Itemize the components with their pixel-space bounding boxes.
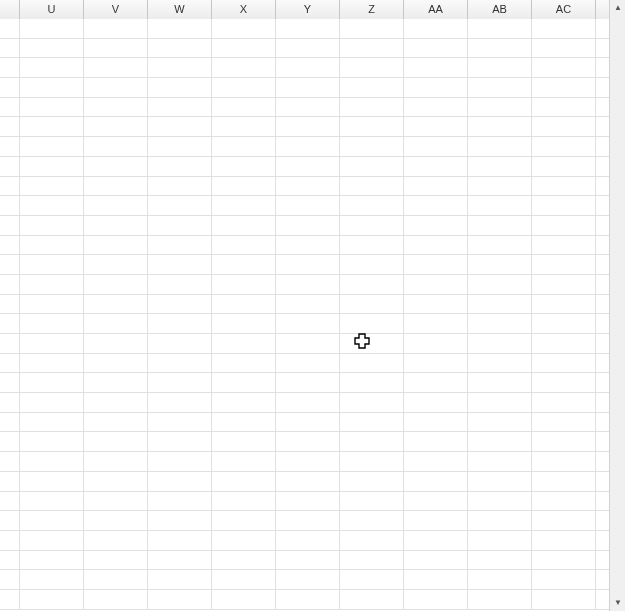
cell[interactable]: [0, 19, 20, 38]
cell[interactable]: [148, 472, 212, 491]
cell[interactable]: [468, 78, 532, 97]
cell[interactable]: [148, 19, 212, 38]
cell[interactable]: [0, 98, 20, 117]
cell[interactable]: [212, 137, 276, 156]
cell[interactable]: [468, 216, 532, 235]
cell[interactable]: [468, 275, 532, 294]
cell[interactable]: [468, 531, 532, 550]
cell[interactable]: [276, 157, 340, 176]
cell[interactable]: [340, 432, 404, 451]
cell[interactable]: [276, 531, 340, 550]
cell[interactable]: [84, 177, 148, 196]
column-header-partial-right[interactable]: [596, 0, 609, 19]
cell[interactable]: [20, 511, 84, 530]
cell[interactable]: [276, 590, 340, 609]
scroll-down-button[interactable]: ▼: [610, 595, 625, 611]
column-header-partial-left[interactable]: [0, 0, 20, 19]
cell[interactable]: [468, 334, 532, 353]
cell[interactable]: [596, 393, 609, 412]
cell[interactable]: [212, 196, 276, 215]
cell[interactable]: [596, 511, 609, 530]
cell[interactable]: [148, 196, 212, 215]
cell[interactable]: [596, 570, 609, 589]
cell[interactable]: [84, 452, 148, 471]
cell[interactable]: [84, 117, 148, 136]
cell[interactable]: [276, 117, 340, 136]
cell[interactable]: [212, 39, 276, 58]
cell[interactable]: [532, 275, 596, 294]
cell[interactable]: [20, 137, 84, 156]
column-header[interactable]: AC: [532, 0, 596, 19]
cell[interactable]: [212, 570, 276, 589]
cell[interactable]: [468, 373, 532, 392]
cell[interactable]: [468, 492, 532, 511]
cell[interactable]: [148, 295, 212, 314]
cell[interactable]: [404, 570, 468, 589]
cell[interactable]: [20, 413, 84, 432]
cell[interactable]: [84, 413, 148, 432]
cell[interactable]: [468, 314, 532, 333]
cell[interactable]: [84, 236, 148, 255]
cell[interactable]: [596, 275, 609, 294]
cell[interactable]: [468, 590, 532, 609]
cell[interactable]: [340, 452, 404, 471]
cell[interactable]: [0, 39, 20, 58]
cell[interactable]: [276, 78, 340, 97]
cell[interactable]: [276, 137, 340, 156]
cell[interactable]: [404, 255, 468, 274]
cell[interactable]: [340, 137, 404, 156]
cell[interactable]: [596, 157, 609, 176]
cell[interactable]: [212, 354, 276, 373]
cell[interactable]: [340, 78, 404, 97]
cell[interactable]: [276, 373, 340, 392]
cell[interactable]: [20, 177, 84, 196]
cell[interactable]: [148, 354, 212, 373]
cell[interactable]: [532, 19, 596, 38]
cell[interactable]: [20, 432, 84, 451]
cell[interactable]: [404, 511, 468, 530]
cell[interactable]: [148, 78, 212, 97]
cell[interactable]: [148, 393, 212, 412]
cell[interactable]: [404, 432, 468, 451]
cell[interactable]: [20, 295, 84, 314]
cell[interactable]: [212, 334, 276, 353]
cell[interactable]: [84, 551, 148, 570]
cell[interactable]: [596, 295, 609, 314]
cell[interactable]: [276, 19, 340, 38]
cell[interactable]: [20, 275, 84, 294]
cell[interactable]: [0, 413, 20, 432]
cell[interactable]: [148, 216, 212, 235]
cell[interactable]: [84, 255, 148, 274]
cell[interactable]: [468, 177, 532, 196]
cell[interactable]: [596, 373, 609, 392]
cell[interactable]: [84, 334, 148, 353]
cell[interactable]: [596, 472, 609, 491]
cell[interactable]: [0, 196, 20, 215]
cell[interactable]: [468, 393, 532, 412]
cell[interactable]: [212, 551, 276, 570]
cell[interactable]: [20, 334, 84, 353]
cell[interactable]: [212, 314, 276, 333]
cell[interactable]: [212, 393, 276, 412]
cell[interactable]: [0, 531, 20, 550]
cell[interactable]: [212, 295, 276, 314]
cell[interactable]: [596, 216, 609, 235]
cell[interactable]: [20, 58, 84, 77]
cell[interactable]: [340, 58, 404, 77]
cell[interactable]: [532, 39, 596, 58]
cell[interactable]: [148, 511, 212, 530]
cell[interactable]: [0, 137, 20, 156]
cell[interactable]: [20, 216, 84, 235]
cell[interactable]: [212, 432, 276, 451]
cell[interactable]: [0, 177, 20, 196]
cell[interactable]: [148, 255, 212, 274]
cell[interactable]: [0, 78, 20, 97]
cell[interactable]: [212, 19, 276, 38]
cell[interactable]: [532, 314, 596, 333]
cell[interactable]: [276, 98, 340, 117]
cell[interactable]: [532, 551, 596, 570]
cell[interactable]: [212, 177, 276, 196]
cell[interactable]: [340, 295, 404, 314]
cell[interactable]: [0, 373, 20, 392]
cell[interactable]: [340, 216, 404, 235]
